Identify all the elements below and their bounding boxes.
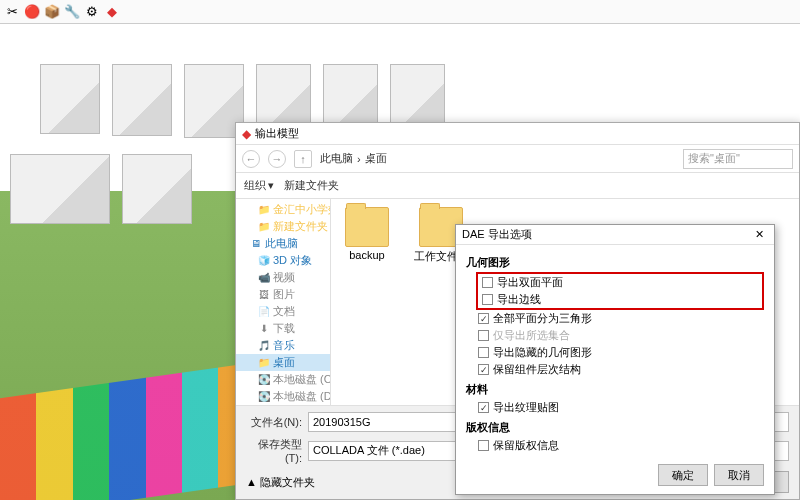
- tree-item[interactable]: 📄文档: [236, 303, 330, 320]
- folder-icon: [345, 207, 389, 247]
- tree-item-label: 文档: [273, 304, 295, 319]
- tree-item-label: 视频: [273, 270, 295, 285]
- checkbox[interactable]: [482, 277, 493, 288]
- tree-item-label: 金汇中小学效果: [273, 202, 331, 217]
- nav-back-button[interactable]: ←: [242, 150, 260, 168]
- tree-item[interactable]: 🖥此电脑: [236, 235, 330, 252]
- tree-item[interactable]: 🖼图片: [236, 286, 330, 303]
- cancel-options-button[interactable]: 取消: [714, 464, 764, 486]
- options-group-title: 材料: [466, 382, 764, 397]
- filetype-label: 保存类型(T):: [246, 437, 302, 464]
- option-label: 导出边线: [497, 292, 541, 307]
- tree-item-label: 下载: [273, 321, 295, 336]
- organize-button[interactable]: 组织▾: [244, 178, 274, 193]
- tree-item-icon: 📹: [258, 272, 270, 284]
- option-row[interactable]: 导出隐藏的几何图形: [466, 344, 764, 361]
- option-label: 导出双面平面: [497, 275, 563, 290]
- tree-item-icon: 💽: [258, 391, 270, 403]
- tool-package-icon[interactable]: 📦: [44, 4, 60, 20]
- tree-item-icon: 🎵: [258, 340, 270, 352]
- new-folder-button[interactable]: 新建文件夹: [284, 178, 339, 193]
- options-dialog: DAE 导出选项 ✕ 几何图形导出双面平面导出边线全部平面分为三角形仅导出所选集…: [455, 224, 775, 495]
- close-icon[interactable]: ✕: [751, 228, 768, 241]
- dialog-toolbar: 组织▾ 新建文件夹: [236, 173, 799, 199]
- dialog-title: 输出模型: [255, 126, 299, 141]
- option-label: 导出纹理贴图: [493, 400, 559, 415]
- option-label: 仅导出所选集合: [493, 328, 570, 343]
- option-row[interactable]: 保留组件层次结构: [466, 361, 764, 378]
- highlight-box: 导出双面平面导出边线: [476, 272, 764, 310]
- tree-item-label: 本地磁盘 (C:): [273, 372, 331, 387]
- tool-ruby-icon[interactable]: ◆: [104, 4, 120, 20]
- checkbox[interactable]: [478, 402, 489, 413]
- options-title: DAE 导出选项: [462, 227, 532, 242]
- checkbox[interactable]: [478, 313, 489, 324]
- tree-item-label: 本地磁盘 (D:): [273, 389, 331, 404]
- nav-forward-button[interactable]: →: [268, 150, 286, 168]
- dialog-titlebar: ◆ 输出模型: [236, 123, 799, 145]
- hide-folders-link[interactable]: ▲ 隐藏文件夹: [246, 475, 315, 490]
- tool-cut-icon[interactable]: ✂: [4, 4, 20, 20]
- tree-item-label: 桌面: [273, 355, 295, 370]
- option-label: 保留版权信息: [493, 438, 559, 453]
- option-row: 仅导出所选集合: [466, 327, 764, 344]
- file-item[interactable]: backup: [339, 207, 395, 261]
- tree-item-label: 图片: [273, 287, 295, 302]
- main-toolbar: ✂ 🔴 📦 🔧 ⚙ ◆: [0, 0, 800, 24]
- tree-item-label: 新建文件夹: [273, 219, 328, 234]
- checkbox[interactable]: [478, 347, 489, 358]
- options-titlebar: DAE 导出选项 ✕: [456, 225, 774, 245]
- checkbox[interactable]: [482, 294, 493, 305]
- search-input[interactable]: 搜索"桌面": [683, 149, 793, 169]
- tree-item-label: 3D 对象: [273, 253, 312, 268]
- tree-item-label: 此电脑: [265, 236, 298, 251]
- tree-item-icon: 🖥: [250, 238, 262, 250]
- options-group-title: 几何图形: [466, 255, 764, 270]
- tree-item-icon: 📁: [258, 204, 270, 216]
- option-label: 保留组件层次结构: [493, 362, 581, 377]
- tree-item[interactable]: ⬇下载: [236, 320, 330, 337]
- options-group-title: 版权信息: [466, 420, 764, 435]
- tree-item-label: 音乐: [273, 338, 295, 353]
- folder-tree[interactable]: 📁金汇中小学效果📁新建文件夹🖥此电脑🧊3D 对象📹视频🖼图片📄文档⬇下载🎵音乐📁…: [236, 199, 331, 405]
- ok-button[interactable]: 确定: [658, 464, 708, 486]
- tree-item-icon: 🖼: [258, 289, 270, 301]
- tool-gear-icon[interactable]: ⚙: [84, 4, 100, 20]
- filename-label: 文件名(N):: [246, 415, 302, 430]
- nav-up-button[interactable]: ↑: [294, 150, 312, 168]
- tree-item[interactable]: 📁新建文件夹: [236, 218, 330, 235]
- option-row[interactable]: 保留版权信息: [466, 437, 764, 454]
- tree-item[interactable]: 💽本地磁盘 (D:): [236, 388, 330, 405]
- option-label: 导出隐藏的几何图形: [493, 345, 592, 360]
- breadcrumb[interactable]: 此电脑 › 桌面: [320, 151, 675, 166]
- app-icon: ◆: [242, 127, 251, 141]
- dialog-nav: ← → ↑ 此电脑 › 桌面 搜索"桌面": [236, 145, 799, 173]
- tree-item[interactable]: 📹视频: [236, 269, 330, 286]
- option-label: 全部平面分为三角形: [493, 311, 592, 326]
- crumb-pc[interactable]: 此电脑: [320, 151, 353, 166]
- tree-item-icon: ⬇: [258, 323, 270, 335]
- option-row[interactable]: 全部平面分为三角形: [466, 310, 764, 327]
- crumb-desktop[interactable]: 桌面: [365, 151, 387, 166]
- tree-item[interactable]: 💽本地磁盘 (C:): [236, 371, 330, 388]
- tree-item-icon: 🧊: [258, 255, 270, 267]
- tree-item[interactable]: 🧊3D 对象: [236, 252, 330, 269]
- tool-record-icon[interactable]: 🔴: [24, 4, 40, 20]
- tree-item-icon: 📄: [258, 306, 270, 318]
- tree-item[interactable]: 🎵音乐: [236, 337, 330, 354]
- tool-wrench-icon[interactable]: 🔧: [64, 4, 80, 20]
- tree-item-icon: 📁: [258, 357, 270, 369]
- checkbox: [478, 330, 489, 341]
- tree-item-icon: 💽: [258, 374, 270, 386]
- tree-item[interactable]: 📁桌面: [236, 354, 330, 371]
- colorful-ground: [0, 362, 260, 500]
- option-row[interactable]: 导出双面平面: [480, 274, 760, 291]
- checkbox[interactable]: [478, 440, 489, 451]
- tree-item[interactable]: 📁金汇中小学效果: [236, 201, 330, 218]
- checkbox[interactable]: [478, 364, 489, 375]
- option-row[interactable]: 导出纹理贴图: [466, 399, 764, 416]
- tree-item-icon: 📁: [258, 221, 270, 233]
- option-row[interactable]: 导出边线: [480, 291, 760, 308]
- file-label: backup: [349, 249, 384, 261]
